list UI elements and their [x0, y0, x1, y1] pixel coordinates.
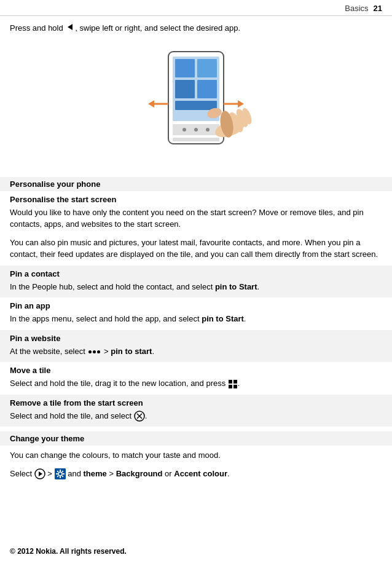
remove-tile-subheader: Remove a tile from the start screen [0, 395, 392, 409]
move-tile-subheader: Move a tile [0, 362, 392, 376]
pin-contact-subheader: Pin a contact [0, 266, 392, 280]
svg-rect-7 [175, 101, 217, 110]
change-theme-body2: Select > and theme > Background or Accen… [0, 467, 392, 485]
unpin-icon [134, 411, 145, 422]
pin-app-block: Pin an app In the apps menu, select and … [0, 297, 392, 330]
pin-website-body: At the website, select > pin to start. [0, 344, 392, 363]
svg-rect-26 [233, 385, 237, 388]
illustration-container [0, 39, 392, 177]
change-theme-section-header: Change your theme [0, 431, 392, 446]
personalise-start-screen-block: Personalise the start screen Would you l… [0, 191, 392, 266]
dots-icon [88, 350, 100, 353]
pin-to-start-website-label: pin to start [111, 347, 152, 356]
svg-rect-35 [60, 476, 61, 478]
spacer [0, 427, 392, 431]
background-label: Background [116, 469, 163, 478]
svg-marker-14 [148, 100, 154, 108]
select-arrow-icon [34, 468, 45, 479]
footer-copyright: © 2012 Nokia. All rights reserved. [10, 547, 127, 556]
settings-gear-icon [55, 468, 66, 479]
remove-tile-block: Remove a tile from the start screen Sele… [0, 395, 392, 427]
svg-rect-4 [197, 59, 217, 77]
svg-rect-12 [173, 138, 219, 141]
svg-rect-5 [175, 80, 195, 98]
svg-rect-36 [56, 473, 58, 474]
page-footer: © 2012 Nokia. All rights reserved. [10, 547, 127, 556]
page-header: Basics 21 [0, 0, 392, 16]
pin-app-subheader: Pin an app [0, 297, 392, 312]
pin-contact-body: In the People hub, select and hold the c… [0, 280, 392, 298]
svg-marker-0 [68, 24, 73, 30]
pin-to-start-label: pin to Start [215, 282, 257, 291]
svg-point-11 [206, 128, 210, 132]
personalise-start-body2: You can also pin music and pictures, you… [0, 235, 392, 266]
personalise-header-text: Personalise your phone [10, 179, 100, 189]
page-number: 21 [374, 4, 382, 13]
remove-tile-body: Select and hold the tile, and select . [0, 409, 392, 427]
theme-label: theme [84, 469, 107, 478]
pin-contact-block: Pin a contact In the People hub, select … [0, 266, 392, 298]
change-theme-header-text: Change your theme [10, 434, 84, 443]
phone-illustration [135, 45, 257, 168]
pin-app-body: In the apps menu, select and hold the ap… [0, 312, 392, 330]
back-arrow-icon [65, 22, 75, 36]
svg-point-9 [182, 128, 186, 132]
pin-app-to-start-label: pin to Start [202, 314, 244, 323]
svg-rect-3 [175, 59, 195, 77]
change-theme-block: You can change the colours, to match you… [0, 446, 392, 484]
svg-rect-34 [60, 470, 61, 471]
intro-text: Press and hold , swipe left or right, an… [10, 22, 382, 36]
personalise-section-header: Personalise your phone [0, 177, 392, 191]
personalise-start-subheader: Personalise the start screen [0, 191, 392, 205]
move-tile-block: Move a tile Select and hold the tile, dr… [0, 362, 392, 395]
svg-rect-24 [233, 380, 237, 384]
move-tile-body: Select and hold the tile, drag it to the… [0, 376, 392, 395]
svg-rect-23 [229, 380, 232, 384]
svg-point-10 [194, 128, 198, 132]
svg-marker-31 [39, 471, 42, 476]
personalise-start-body1: Would you like to have only the content … [0, 205, 392, 235]
intro-section: Press and hold , swipe left or right, an… [0, 16, 392, 39]
change-theme-body1: You can change the colours, to match you… [0, 446, 392, 467]
svg-marker-16 [238, 100, 244, 108]
pin-website-subheader: Pin a website [0, 330, 392, 344]
pin-website-block: Pin a website At the website, select > p… [0, 330, 392, 363]
svg-rect-6 [197, 80, 217, 98]
windows-icon [228, 379, 238, 389]
header-section-label: Basics [345, 4, 368, 13]
accent-colour-label: Accent colour [174, 469, 227, 478]
svg-rect-37 [63, 473, 65, 474]
svg-rect-25 [229, 385, 232, 388]
